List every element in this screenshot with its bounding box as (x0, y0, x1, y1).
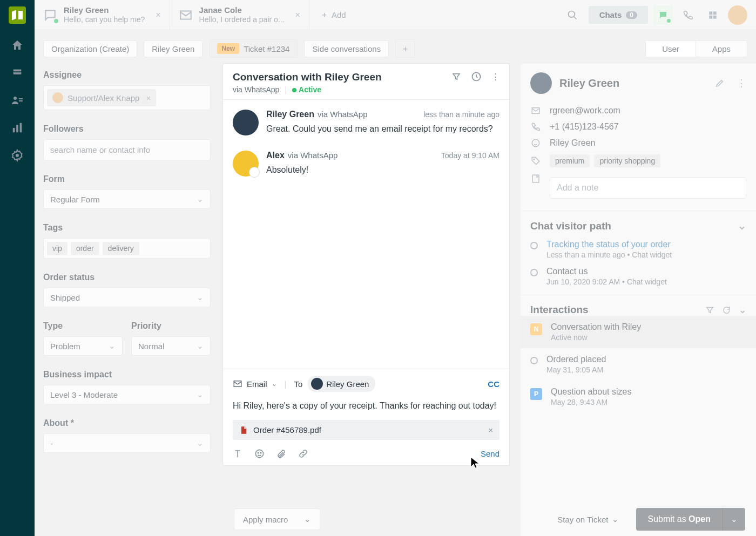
settings-icon[interactable] (11, 149, 24, 162)
recipient-name: Riley Green (326, 379, 369, 389)
attach-icon[interactable] (276, 449, 286, 459)
conversation-status: Active (299, 85, 321, 94)
attachment-pill[interactable]: Order #456789.pdf × (233, 420, 500, 440)
svg-point-2 (14, 97, 17, 100)
more-icon[interactable]: ⋮ (491, 72, 500, 82)
message-text: Great. Could you send me an email receip… (266, 123, 500, 135)
message-sender: Riley Green (266, 110, 314, 119)
svg-point-8 (16, 154, 19, 157)
svg-rect-6 (16, 125, 18, 133)
message-avatar (233, 110, 259, 135)
history-icon[interactable] (471, 71, 482, 82)
views-icon[interactable] (11, 67, 23, 79)
message-time: Today at 9:10 AM (441, 151, 500, 160)
composer: Email ⌄ | To Riley Green CC Hi Riley, he… (223, 369, 509, 465)
attachment-name: Order #456789.pdf (253, 425, 483, 435)
message-sender: Alex (266, 151, 285, 160)
cc-button[interactable]: CC (488, 379, 500, 389)
message-text: Absolutely! (266, 164, 500, 177)
recipient-avatar (311, 378, 323, 390)
svg-rect-4 (19, 100, 23, 101)
channel-label: Email (247, 379, 267, 389)
svg-rect-5 (13, 128, 15, 132)
svg-rect-0 (14, 70, 22, 72)
to-recipient-pill[interactable]: Riley Green (308, 376, 375, 392)
svg-rect-3 (19, 98, 23, 99)
chevron-down-icon: ⌄ (272, 380, 277, 388)
brand-logo[interactable] (9, 6, 26, 24)
svg-point-23 (260, 452, 261, 453)
message-avatar (233, 151, 259, 177)
svg-point-21 (255, 450, 263, 457)
message: Alex via WhatsApp Today at 9:10 AM Absol… (233, 151, 500, 177)
message: Riley Green via WhatsApp less than a min… (233, 110, 500, 135)
emoji-icon[interactable] (254, 449, 265, 459)
send-button[interactable]: Send (481, 449, 500, 458)
message-via: via WhatsApp (318, 110, 368, 119)
main-sidebar (0, 0, 35, 536)
filter-icon[interactable] (451, 72, 461, 82)
svg-rect-1 (14, 72, 22, 74)
channel-select[interactable]: Email ⌄ (233, 379, 277, 389)
composer-body[interactable]: Hi Riley, here's a copy of your receipt.… (233, 399, 500, 412)
conversation-panel: Conversation with Riley Green via WhatsA… (223, 64, 509, 465)
svg-rect-7 (20, 123, 22, 132)
svg-point-22 (258, 452, 259, 453)
text-format-icon[interactable] (233, 449, 242, 459)
link-icon[interactable] (298, 449, 308, 459)
conversation-channel: via WhatsApp (233, 85, 279, 94)
message-via: via WhatsApp (288, 151, 338, 160)
reporting-icon[interactable] (11, 122, 23, 134)
home-icon[interactable] (11, 39, 24, 52)
to-label: To (294, 379, 302, 389)
customers-icon[interactable] (11, 94, 24, 107)
remove-attachment-icon[interactable]: × (488, 425, 493, 435)
conversation-title: Conversation with Riley Green (233, 71, 451, 83)
message-time: less than a minute ago (423, 110, 500, 119)
pdf-icon (239, 426, 248, 435)
